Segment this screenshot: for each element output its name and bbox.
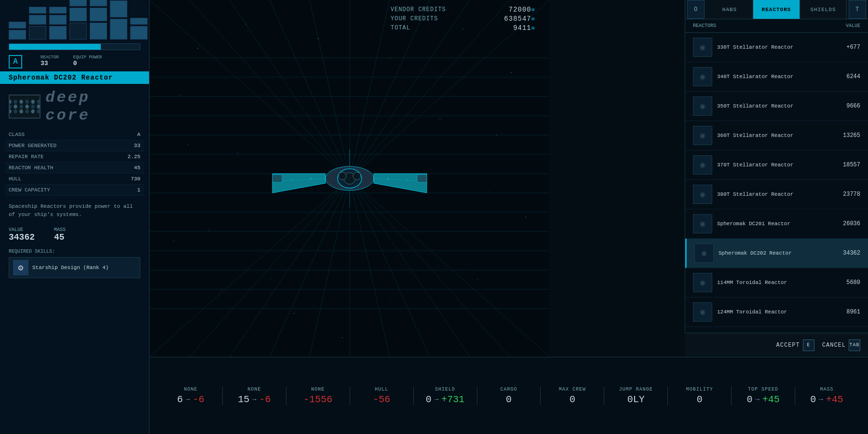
logo-text: deep core	[45, 89, 140, 124]
cancel-button[interactable]: CANCEL TAB	[822, 339, 860, 351]
reactor-item-value: 5680	[836, 279, 860, 286]
hex	[31, 105, 35, 108]
hex	[25, 105, 29, 108]
svg-text:×: ×	[207, 228, 210, 232]
stat-val: 45	[134, 165, 140, 171]
tab-reactors[interactable]: REACTORS	[753, 0, 800, 19]
sc-arrow: →	[252, 395, 256, 403]
reactor-list-item[interactable]: ⚛ Spheromak DC202 Reactor 34362	[685, 239, 868, 268]
left-panel: A REACTOR 33 EQUIP POWER 0 Spheromak DC2…	[0, 0, 149, 434]
sc-change: +45	[762, 394, 780, 405]
svg-point-44	[353, 172, 361, 180]
reactor-list-item[interactable]: ⚛ 350T Stellarator Reactor 9666	[685, 92, 868, 121]
bottom-stat-col: MASS 0 → +45	[795, 387, 858, 405]
reactor-list[interactable]: ⚛ 330T Stellarator Reactor +677 ⚛ 340T S…	[685, 33, 868, 332]
power-bar	[9, 43, 140, 50]
tab-o-key[interactable]: O	[687, 0, 705, 19]
reactor-list-item[interactable]: ⚛ 134MM Toroidal Reactor 12348	[685, 327, 868, 332]
bar-seg	[9, 30, 26, 40]
center-view: .grid-line { stroke: #00aacc; stroke-wid…	[149, 0, 550, 357]
reactor-list-item[interactable]: ⚛ Spheromak DC201 Reactor 26036	[685, 209, 868, 239]
credits-area: VENDOR CREDITS 72000⊕ YOUR CREDITS 63854…	[149, 0, 550, 39]
stat-val: 2.25	[128, 154, 140, 160]
reactor-level: 33	[41, 60, 59, 67]
svg-line-0	[149, 178, 350, 357]
reactor-item-icon: ⚛	[693, 38, 712, 57]
svg-point-64	[477, 279, 478, 280]
required-skills-label: REQUIRED SKILLS:	[9, 249, 140, 254]
sc-current: 6	[177, 394, 183, 405]
stat-change-row: -56	[373, 394, 390, 405]
bar-seg	[90, 8, 107, 21]
stat-row: REPAIR RATE2.25	[5, 151, 144, 163]
bottom-stat-col: MAX CREW 0	[541, 387, 604, 405]
tab-t-key[interactable]: T	[849, 0, 866, 19]
reactor-list-item[interactable]: ⚛ 124MM Toroidal Reactor 8961	[685, 298, 868, 327]
hex	[37, 105, 41, 108]
sc-change: -6	[259, 394, 271, 405]
sc-label: NONE	[184, 387, 197, 392]
tab-shields[interactable]: SHIELDS	[800, 0, 847, 19]
bar-col-1	[9, 22, 26, 40]
reactor-list-item[interactable]: ⚛ 360T Stellarator Reactor 13265	[685, 121, 868, 150]
reactor-list-item[interactable]: ⚛ 330T Stellarator Reactor +677	[685, 33, 868, 62]
reactor-list-item[interactable]: ⚛ 380T Stellarator Reactor 23778	[685, 180, 868, 209]
sc-arrow: →	[186, 395, 190, 403]
stat-label: CREW CAPACITY	[9, 187, 50, 193]
sc-change: -6	[193, 394, 204, 405]
reactor-item-value: 23778	[836, 191, 860, 198]
svg-text:+: +	[236, 151, 239, 155]
value-label: VALUE	[9, 227, 35, 232]
reactor-item-value: 26036	[836, 220, 860, 227]
reactor-item-icon: ⚛	[693, 302, 712, 322]
sc-change: -56	[373, 394, 390, 405]
sc-change: -1556	[303, 394, 332, 405]
reactor-item-icon: ⚛	[693, 185, 712, 204]
reactor-item-value: 18557	[836, 162, 860, 168]
bottom-stat-col: TOP SPEED 0 → +45	[732, 387, 795, 405]
sc-current: 15	[238, 394, 249, 405]
equip-power-val: 0	[73, 60, 102, 67]
reactor-item-name: 380T Stellarator Reactor	[717, 191, 831, 197]
svg-line-1	[190, 178, 350, 357]
reactor-list-item[interactable]: ⚛ 114MM Toroidal Reactor 5680	[685, 268, 868, 298]
svg-point-63	[221, 289, 222, 290]
tab-habs[interactable]: HABS	[706, 0, 753, 19]
bottom-stat-col: HULL -56	[350, 387, 414, 405]
stat-val: A	[137, 132, 140, 137]
credit-icon-3: ⊕	[531, 25, 535, 32]
sc-label: NONE	[247, 387, 261, 392]
svg-rect-40	[417, 175, 427, 182]
logo-graphic	[9, 95, 41, 119]
hex	[19, 100, 23, 104]
sc-label: MASS	[820, 387, 834, 392]
accept-button[interactable]: ACCEPT E	[776, 339, 814, 351]
stat-row: REACTOR HEALTH45	[5, 163, 144, 174]
reactor-item-value: 34362	[836, 250, 860, 257]
bar-seg	[130, 18, 148, 25]
svg-point-52	[407, 179, 408, 181]
svg-point-59	[188, 144, 189, 145]
reactor-item-icon: ⚛	[693, 96, 712, 116]
reactor-item-value: 9666	[836, 103, 860, 109]
svg-rect-39	[272, 175, 282, 182]
svg-point-62	[525, 217, 526, 217]
bar-seg	[110, 0, 127, 17]
cancel-key: TAB	[849, 339, 860, 351]
reactor-list-item[interactable]: ⚛ 370T Stellarator Reactor 18557	[685, 150, 868, 180]
reactor-list-item[interactable]: ⚛ 340T Stellarator Reactor 6244	[685, 62, 868, 92]
stat-row: HULL730	[5, 174, 144, 185]
stat-change-row: 0 → +45	[810, 394, 843, 405]
reactor-grade: A	[9, 55, 22, 68]
sc-label: JUMP RANGE	[619, 387, 653, 392]
reactor-label: REACTOR	[41, 55, 59, 60]
mass-label: MASS	[54, 227, 66, 232]
equip-power-label: EQUIP POWER	[73, 55, 102, 60]
reactor-item-value: 8961	[836, 309, 860, 315]
mass-val: 45	[54, 232, 66, 242]
tab-bar: O HABS REACTORS SHIELDS T	[685, 0, 868, 19]
bottom-stat-col: JUMP RANGE 0LY	[604, 387, 668, 405]
total-credits-val: 9411⊕	[513, 24, 535, 32]
sc-change: +731	[441, 394, 464, 405]
reactor-item-name: 370T Stellarator Reactor	[717, 162, 831, 168]
